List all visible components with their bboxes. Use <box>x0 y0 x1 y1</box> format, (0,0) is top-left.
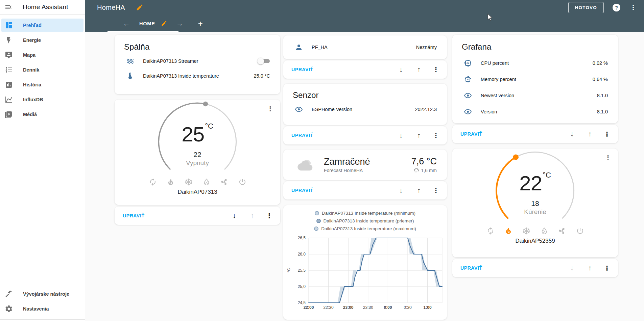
sidebar-header: Home Assistant <box>0 0 85 15</box>
entity-row-streamer[interactable]: DaikinAP07313 Streamer <box>115 54 280 69</box>
legend-item-minimum[interactable]: DaikinAP07313 Inside temperature (minimu… <box>283 209 447 217</box>
svg-text:26,0: 26,0 <box>298 252 306 257</box>
overflow-menu-icon[interactable]: ⋮ <box>630 3 635 11</box>
thermostat-dial[interactable]: 22°C 18 Kúrenie <box>493 149 577 234</box>
mode-auto-icon[interactable] <box>486 227 495 235</box>
mode-heat-icon[interactable] <box>167 178 175 186</box>
view-dashboard-icon <box>5 21 13 29</box>
move-card-down-icon[interactable]: ↓ <box>568 130 576 138</box>
mode-cool-icon[interactable] <box>185 178 193 186</box>
entity-row-esphome-version[interactable]: ESPHome Version 2022.12.3 <box>283 102 447 117</box>
weather-right: 7,6 °C 1,6 mm <box>411 156 437 173</box>
rain-cloud-icon <box>414 168 420 173</box>
move-card-up-icon[interactable]: ↑ <box>586 264 594 272</box>
temperature-history-chart[interactable]: 24,525,025,526,026,522:0022:3023:0023:30… <box>283 234 447 318</box>
edit-title-pencil-icon[interactable] <box>136 4 143 11</box>
card-more-menu-icon[interactable]: ⋮ <box>604 264 609 272</box>
entity-value: Neznámy <box>416 45 437 50</box>
streamer-toggle[interactable] <box>257 58 270 64</box>
menu-open-icon[interactable] <box>4 3 13 11</box>
legend-item-priemer[interactable]: DaikinAP07313 Inside temperature (prieme… <box>283 217 447 225</box>
sidebar-item-media[interactable]: Médiá <box>1 108 84 121</box>
mode-off-icon[interactable] <box>576 227 584 235</box>
card-more-menu-icon[interactable]: ⋮ <box>433 132 438 139</box>
footer-actions: ↓ ↑ ⋮ <box>568 264 609 272</box>
sidebar-item-mapa[interactable]: Mapa <box>1 48 84 62</box>
mode-fan-icon[interactable] <box>558 227 566 235</box>
entity-value: 25,0 °C <box>254 73 270 79</box>
add-tab-button[interactable]: + <box>198 20 203 28</box>
edit-card-button[interactable]: UPRAVIŤ <box>291 133 313 138</box>
edit-card-button[interactable]: UPRAVIŤ <box>291 188 313 193</box>
move-card-down-icon[interactable]: ↓ <box>230 212 238 220</box>
mode-dry-icon[interactable] <box>202 178 211 186</box>
sidebar-item-energie[interactable]: Energie <box>1 33 84 47</box>
card-more-menu-icon[interactable]: ⋮ <box>433 66 438 74</box>
edit-card-button[interactable]: UPRAVIŤ <box>291 67 313 72</box>
sidebar-item-prehlad[interactable]: Prehľad <box>1 19 84 32</box>
mode-dry-icon[interactable] <box>540 227 548 235</box>
sidebar-item-influxdb[interactable]: InfluxDB <box>1 93 84 106</box>
help-icon[interactable]: ? <box>613 4 620 11</box>
card-menu-icon[interactable]: ⋮ <box>605 154 611 162</box>
dial-handle[interactable] <box>513 154 519 160</box>
entity-name: Memory percent <box>481 77 593 82</box>
move-card-down-icon[interactable]: ↓ <box>397 186 405 194</box>
sidebar-item-dev-tools[interactable]: Vývojárske nástroje <box>1 287 84 301</box>
move-card-down-icon[interactable]: ↓ <box>397 65 405 74</box>
main-area: HomeHA HOTOVO ? ⋮ ← HOME → + <box>85 0 644 321</box>
mode-off-icon[interactable] <box>238 178 246 186</box>
svg-text:0:30: 0:30 <box>404 305 412 310</box>
legend-item-maximum[interactable]: DaikinAP07313 Inside temperature (maximu… <box>283 225 447 233</box>
card-more-menu-icon[interactable]: ⋮ <box>433 187 438 194</box>
sidebar-item-historia[interactable]: História <box>1 78 84 91</box>
entity-row-pf-ha[interactable]: PF_HA Neznámy <box>283 35 447 59</box>
move-card-up-icon[interactable]: ↑ <box>415 65 423 74</box>
chart-box-icon <box>5 81 13 89</box>
thermostat-dial[interactable]: 25°C 22 Vypnutý <box>155 100 240 185</box>
sidebar-item-settings[interactable]: Nastavenia <box>1 302 84 316</box>
card-weather[interactable]: Zamračené Forecast HomeHA 7,6 °C 1,6 mm <box>283 150 447 180</box>
card-grafana: Grafana 64 CPU percent 0,02 % Memory per… <box>452 35 618 123</box>
mode-cool-icon[interactable] <box>522 227 530 235</box>
mode-fan-icon[interactable] <box>220 178 229 186</box>
done-button[interactable]: HOTOVO <box>568 2 604 13</box>
move-card-up-icon[interactable]: ↑ <box>415 131 423 139</box>
sidebar-nav: Prehľad Energie Mapa Denník História Inf… <box>0 15 85 286</box>
card-more-menu-icon[interactable]: ⋮ <box>604 130 609 138</box>
sidebar-item-dennik[interactable]: Denník <box>1 63 84 77</box>
footer-actions: ↓ ↑ ⋮ <box>568 130 609 138</box>
move-card-down-icon[interactable]: ↓ <box>568 264 576 272</box>
legend-dot-icon <box>314 226 318 231</box>
tab-back-arrow-icon[interactable]: ← <box>122 20 130 28</box>
legend-dot-icon <box>315 211 319 215</box>
edit-card-button[interactable]: UPRAVIŤ <box>460 265 482 271</box>
hvac-mode-row <box>452 227 618 235</box>
edit-tab-pencil-icon[interactable] <box>161 20 167 27</box>
entity-row-newest-version[interactable]: Newest version 8.1.0 <box>452 87 618 104</box>
move-card-up-icon[interactable]: ↑ <box>248 212 256 220</box>
entity-row-memory-percent[interactable]: Memory percent 0,64 % <box>452 71 618 87</box>
move-card-down-icon[interactable]: ↓ <box>397 131 405 139</box>
edit-card-button[interactable]: UPRAVIŤ <box>460 131 482 137</box>
move-card-up-icon[interactable]: ↑ <box>586 130 594 138</box>
dial-handle[interactable] <box>203 102 208 107</box>
entity-row-cpu-percent[interactable]: 64 CPU percent 0,02 % <box>452 55 618 71</box>
mode-auto-icon[interactable] <box>149 178 157 186</box>
tab-bar: ← HOME → + <box>85 15 644 32</box>
person-icon <box>295 43 303 51</box>
svg-text:23:00: 23:00 <box>343 305 354 310</box>
card-menu-icon[interactable]: ⋮ <box>267 105 273 113</box>
thermostat-device-name: DaikinAP07313 <box>115 189 280 195</box>
entity-row-version[interactable]: Version 8.1.0 <box>452 104 618 120</box>
edit-card-button[interactable]: UPRAVIŤ <box>123 213 145 218</box>
eye-icon <box>295 105 303 113</box>
move-card-up-icon[interactable]: ↑ <box>415 186 423 194</box>
tab-forward-arrow-icon[interactable]: → <box>176 20 184 28</box>
entity-row-inside-temperature[interactable]: DaikinAP07313 Inside temperature 25,0 °C <box>115 69 280 83</box>
card-more-menu-icon[interactable]: ⋮ <box>266 212 271 220</box>
tab-home[interactable]: HOME <box>139 21 155 26</box>
sidebar: Home Assistant Prehľad Energie Mapa Denn… <box>0 0 85 321</box>
mode-heat-icon[interactable] <box>504 227 512 235</box>
weather-temperature: 7,6 °C <box>411 156 437 167</box>
